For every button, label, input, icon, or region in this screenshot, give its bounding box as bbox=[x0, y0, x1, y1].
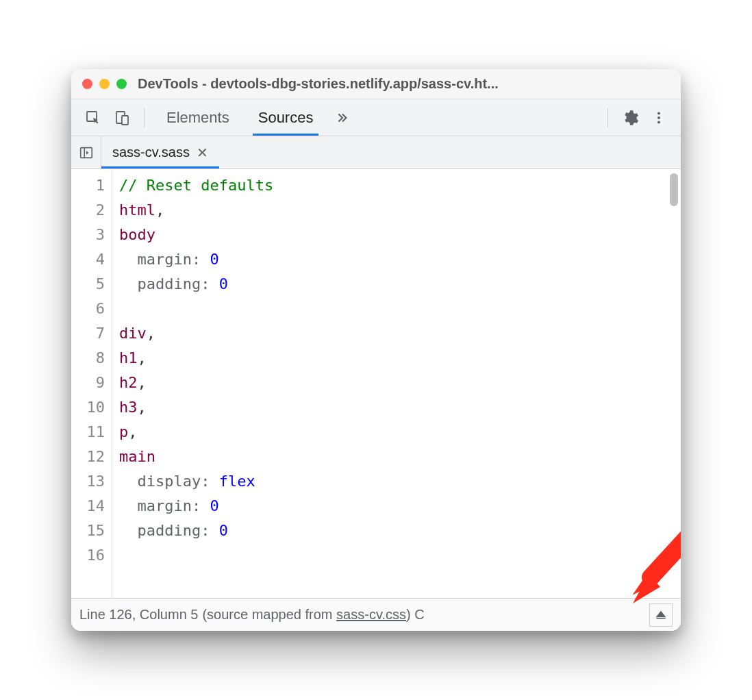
code-line[interactable]: p, bbox=[119, 420, 674, 445]
code-line[interactable]: h3, bbox=[119, 395, 674, 420]
code-line[interactable] bbox=[119, 297, 674, 321]
source-map-link[interactable]: sass-cv.css bbox=[336, 607, 406, 622]
line-number: 7 bbox=[71, 321, 112, 346]
code-line[interactable]: padding: 0 bbox=[119, 518, 674, 543]
code-line[interactable]: h2, bbox=[119, 371, 674, 395]
reveal-in-navigator-icon[interactable] bbox=[649, 603, 673, 627]
line-number: 13 bbox=[71, 469, 112, 494]
code-line[interactable]: html, bbox=[119, 198, 674, 223]
code-line[interactable]: h1, bbox=[119, 346, 674, 371]
code-line[interactable]: body bbox=[119, 223, 674, 247]
titlebar: DevTools - devtools-dbg-stories.netlify.… bbox=[71, 69, 681, 99]
minimize-window-button[interactable] bbox=[99, 79, 110, 89]
line-number: 6 bbox=[71, 297, 112, 321]
tab-sources[interactable]: Sources bbox=[246, 99, 326, 136]
line-number: 4 bbox=[71, 247, 112, 272]
svg-point-4 bbox=[657, 116, 660, 118]
devtools-window: DevTools - devtools-dbg-stories.netlify.… bbox=[71, 69, 681, 631]
line-number: 8 bbox=[71, 346, 112, 371]
code-editor[interactable]: 12345678910111213141516 // Reset default… bbox=[71, 169, 681, 598]
line-number: 10 bbox=[71, 395, 112, 420]
code-line[interactable] bbox=[119, 543, 674, 568]
code-line[interactable]: margin: 0 bbox=[119, 494, 674, 518]
more-tabs-icon[interactable] bbox=[329, 105, 354, 130]
close-tab-icon[interactable]: ✕ bbox=[197, 145, 208, 161]
line-number: 15 bbox=[71, 518, 112, 543]
cursor-position: Line 126, Column 5 bbox=[79, 607, 198, 623]
traffic-lights bbox=[82, 79, 127, 89]
line-number: 5 bbox=[71, 272, 112, 297]
svg-rect-2 bbox=[122, 116, 128, 125]
scrollbar-thumb[interactable] bbox=[670, 173, 678, 206]
source-map-text: (source mapped from sass-cv.css) C bbox=[202, 607, 424, 623]
inspect-element-icon[interactable] bbox=[81, 105, 105, 130]
code-line[interactable]: margin: 0 bbox=[119, 247, 674, 272]
toolbar-separator bbox=[607, 108, 608, 127]
navigator-toggle-icon[interactable] bbox=[71, 136, 101, 168]
line-number: 11 bbox=[71, 420, 112, 445]
window-title: DevTools - devtools-dbg-stories.netlify.… bbox=[138, 76, 499, 92]
line-number: 1 bbox=[71, 173, 112, 198]
svg-point-3 bbox=[657, 112, 660, 114]
close-window-button[interactable] bbox=[82, 79, 92, 89]
device-toolbar-icon[interactable] bbox=[110, 105, 134, 130]
svg-point-5 bbox=[657, 121, 660, 123]
code-line[interactable]: main bbox=[119, 445, 674, 469]
file-tab-bar: sass-cv.sass ✕ bbox=[71, 136, 681, 169]
code-content[interactable]: // Reset defaultshtml,body margin: 0 pad… bbox=[112, 169, 681, 598]
line-number: 14 bbox=[71, 494, 112, 518]
line-number: 12 bbox=[71, 445, 112, 469]
code-line[interactable]: display: flex bbox=[119, 469, 674, 494]
main-toolbar: Elements Sources bbox=[71, 99, 681, 136]
code-line[interactable]: // Reset defaults bbox=[119, 173, 674, 198]
line-number: 3 bbox=[71, 223, 112, 247]
line-number: 16 bbox=[71, 543, 112, 568]
file-tab-label: sass-cv.sass bbox=[112, 145, 190, 160]
tab-elements[interactable]: Elements bbox=[154, 99, 242, 136]
toolbar-separator bbox=[144, 108, 145, 127]
code-line[interactable]: padding: 0 bbox=[119, 272, 674, 297]
line-number: 9 bbox=[71, 371, 112, 395]
settings-gear-icon[interactable] bbox=[618, 105, 642, 130]
line-number-gutter: 12345678910111213141516 bbox=[71, 169, 112, 598]
status-bar: Line 126, Column 5 (source mapped from s… bbox=[71, 598, 681, 631]
line-number: 2 bbox=[71, 198, 112, 223]
file-tab-sass-cv[interactable]: sass-cv.sass ✕ bbox=[101, 136, 219, 168]
maximize-window-button[interactable] bbox=[116, 79, 127, 89]
kebab-menu-icon[interactable] bbox=[647, 105, 671, 130]
code-line[interactable]: div, bbox=[119, 321, 674, 346]
